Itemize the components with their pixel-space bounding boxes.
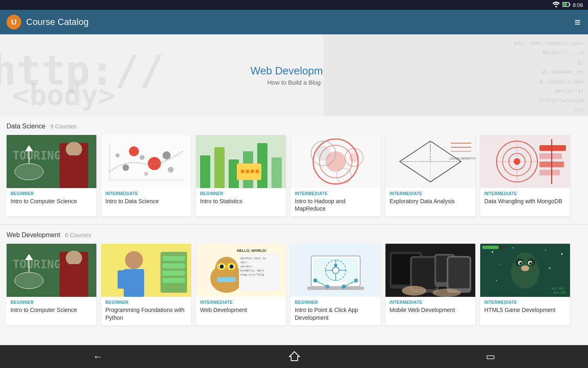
svg-rect-80 bbox=[163, 263, 185, 268]
card-level-ds-6: INTERMEDIATE bbox=[484, 191, 566, 196]
svg-rect-93 bbox=[217, 277, 236, 282]
svg-point-6 bbox=[15, 164, 43, 180]
data-science-section: Data Science 9 Courses TOURING bbox=[0, 116, 588, 224]
card-ds-3[interactable]: BEGINNER Intro to Statistics bbox=[196, 135, 286, 216]
card-name-ds-1: Intro to Computer Science bbox=[11, 197, 92, 205]
svg-text:TOURING: TOURING bbox=[13, 258, 61, 271]
svg-rect-81 bbox=[163, 271, 185, 276]
card-wd-5[interactable]: INTERMEDIATE Mobile Web Development bbox=[385, 244, 475, 325]
svg-point-42 bbox=[349, 153, 359, 162]
menu-button[interactable]: ≡ bbox=[575, 16, 581, 29]
recents-button[interactable]: ▭ bbox=[476, 348, 505, 366]
svg-rect-25 bbox=[214, 147, 225, 188]
card-level-ds-3: BEGINNER bbox=[200, 191, 282, 196]
thumb-ds-4 bbox=[291, 135, 381, 188]
card-wd-6[interactable]: bot_193 bot_193 INTERMEDIATE HTML5 Game … bbox=[480, 244, 570, 325]
svg-point-17 bbox=[163, 151, 171, 159]
card-level-wd-6: INTERMEDIATE bbox=[484, 300, 566, 305]
card-name-wd-3: Web Development bbox=[200, 306, 282, 314]
card-ds-1[interactable]: TOURING BEGINNER Intro to Computer Scien… bbox=[7, 135, 96, 216]
svg-point-89 bbox=[229, 265, 234, 269]
ds-section-title: Data Science bbox=[7, 123, 45, 130]
thumb-wd-4 bbox=[291, 244, 381, 297]
svg-rect-146 bbox=[482, 246, 499, 249]
card-name-wd-6: HTML5 Game Development bbox=[484, 306, 566, 314]
svg-marker-108 bbox=[334, 264, 337, 267]
svg-rect-31 bbox=[241, 170, 244, 173]
card-name-ds-4: Intro to Hadoop and MapReduce bbox=[295, 197, 376, 212]
svg-rect-79 bbox=[163, 256, 185, 261]
card-wd-4[interactable]: BEGINNER Intro to Point & Click App Deve… bbox=[291, 244, 381, 325]
card-info-ds-2: INTERMEDIATE Intro to Data Science bbox=[101, 188, 191, 209]
svg-point-14 bbox=[148, 157, 161, 170]
svg-text:bot_193: bot_193 bbox=[554, 291, 566, 294]
card-info-wd-2: BEGINNER Programming Foundations with Py… bbox=[101, 297, 191, 325]
svg-rect-61 bbox=[539, 145, 566, 151]
hero-bg-body: <body> bbox=[12, 79, 116, 112]
thumb-wd-3: HELLO, WORLD! <b>this text is <br> <b><b… bbox=[196, 244, 286, 297]
svg-rect-77 bbox=[118, 270, 126, 289]
svg-rect-120 bbox=[412, 258, 437, 289]
card-level-ds-1: BEGINNER bbox=[11, 191, 92, 196]
svg-point-125 bbox=[402, 286, 426, 296]
card-level-wd-2: BEGINNER bbox=[105, 300, 187, 305]
wd-cards-row: TOURING BEGINNER Intro to Computer Scien… bbox=[7, 244, 581, 330]
card-info-wd-5: INTERMEDIATE Mobile Web Development bbox=[385, 297, 475, 318]
wifi-icon bbox=[552, 2, 560, 8]
svg-point-107 bbox=[332, 267, 339, 274]
back-button[interactable]: ← bbox=[83, 348, 113, 366]
svg-point-18 bbox=[116, 153, 120, 157]
card-info-wd-3: INTERMEDIATE Web Development bbox=[196, 297, 286, 318]
card-name-wd-1: Intro to Computer Science bbox=[11, 306, 92, 314]
svg-point-88 bbox=[220, 265, 224, 269]
card-ds-2[interactable]: INTERMEDIATE Intro to Data Science bbox=[101, 135, 191, 216]
time-display: 8:06 bbox=[573, 2, 583, 8]
svg-text:bot_193: bot_193 bbox=[552, 287, 564, 290]
section-header-wd: Web Development 6 Courses bbox=[7, 231, 581, 239]
svg-point-15 bbox=[122, 164, 129, 171]
svg-text:<img src="http: <img src="http bbox=[240, 273, 264, 276]
svg-text:HELLO, WORLD!: HELLO, WORLD! bbox=[237, 249, 267, 253]
card-info-ds-5: INTERMEDIATE Exploratory Data Analysis bbox=[385, 188, 475, 209]
card-wd-2[interactable]: BEGINNER Programming Foundations with Py… bbox=[101, 244, 191, 325]
svg-point-129 bbox=[512, 247, 514, 249]
card-level-ds-5: INTERMEDIATE bbox=[390, 191, 471, 196]
svg-text:<br>: <br> bbox=[240, 261, 247, 264]
home-button[interactable] bbox=[279, 347, 310, 367]
svg-rect-11 bbox=[68, 155, 80, 172]
app-bar-title: Course Catalog bbox=[26, 17, 89, 27]
svg-rect-33 bbox=[251, 170, 254, 173]
thumb-ds-3 bbox=[196, 135, 286, 188]
thumb-ds-1: TOURING bbox=[7, 135, 96, 188]
svg-rect-32 bbox=[246, 170, 249, 173]
card-ds-4[interactable]: INTERMEDIATE Intro to Hadoop and MapRedu… bbox=[291, 135, 381, 216]
svg-rect-29 bbox=[272, 157, 282, 188]
card-info-ds-6: INTERMEDIATE Data Wrangling with MongoDB bbox=[480, 188, 570, 209]
card-level-ds-4: INTERMEDIATE bbox=[295, 191, 376, 196]
svg-point-134 bbox=[549, 267, 550, 269]
svg-point-72 bbox=[66, 251, 82, 265]
card-info-ds-3: BEGINNER Intro to Statistics bbox=[196, 188, 286, 209]
bottom-nav: ← ▭ bbox=[0, 345, 588, 368]
thumb-ds-5: i2DIU9L4BPBUP7YKERYV1 bbox=[385, 135, 475, 188]
card-ds-5[interactable]: i2DIU9L4BPBUP7YKERYV1 INTERMEDIATE Explo… bbox=[385, 135, 475, 216]
content-area: http:// <body> Web Development How to Bu… bbox=[0, 34, 588, 345]
card-wd-1[interactable]: TOURING BEGINNER Intro to Computer Scien… bbox=[7, 244, 96, 325]
app-logo: U bbox=[7, 15, 21, 29]
card-wd-3[interactable]: HELLO, WORLD! <b>this text is <br> <b><b… bbox=[196, 244, 286, 325]
thumb-wd-5 bbox=[385, 244, 475, 297]
card-info-wd-4: BEGINNER Intro to Point & Click App Deve… bbox=[291, 297, 381, 325]
card-ds-6[interactable]: INTERMEDIATE Data Wrangling with MongoDB bbox=[480, 135, 570, 216]
status-bar: 8:06 bbox=[0, 0, 588, 10]
card-info-ds-1: BEGINNER Intro to Computer Science bbox=[7, 188, 96, 209]
wd-section-count: 6 Courses bbox=[65, 232, 91, 238]
svg-point-143 bbox=[529, 262, 532, 265]
card-level-wd-3: INTERMEDIATE bbox=[200, 300, 282, 305]
svg-rect-109 bbox=[307, 287, 364, 290]
svg-point-13 bbox=[129, 146, 139, 156]
svg-rect-76 bbox=[124, 269, 144, 297]
svg-rect-2 bbox=[569, 4, 570, 6]
svg-rect-124 bbox=[448, 258, 470, 288]
card-info-ds-4: INTERMEDIATE Intro to Hadoop and MapRedu… bbox=[291, 188, 381, 216]
svg-rect-64 bbox=[539, 170, 560, 175]
